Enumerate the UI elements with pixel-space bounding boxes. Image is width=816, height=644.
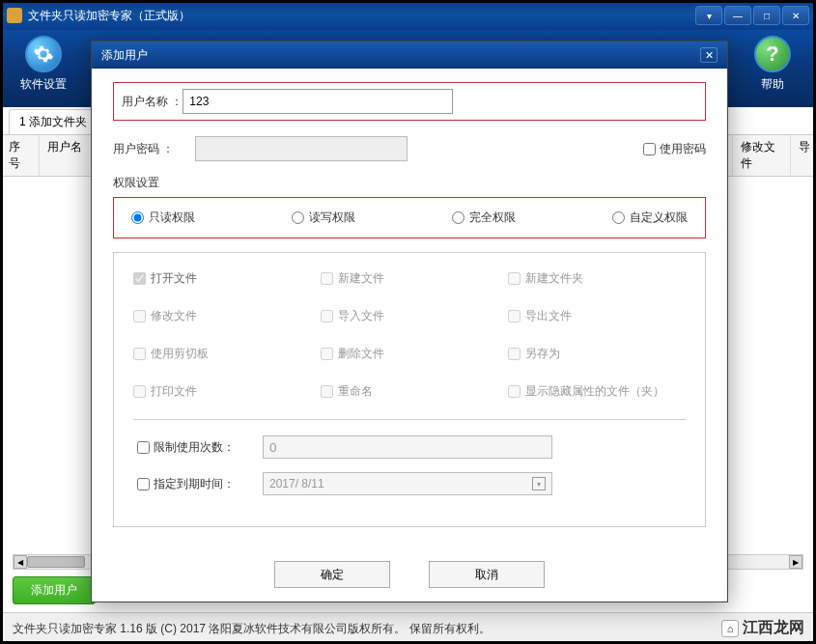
- expire-date-input: 2017/ 8/11 ▾: [263, 472, 552, 495]
- dialog-title-bar: 添加用户 ✕: [92, 42, 727, 69]
- dialog-title: 添加用户: [101, 47, 148, 64]
- limit-count-input: [263, 435, 552, 459]
- use-password-label: 使用密码: [660, 141, 706, 157]
- radio-readonly[interactable]: 只读权限: [131, 210, 195, 226]
- perm-new-folder: 新建文件夹: [508, 270, 686, 287]
- username-label: 用户名称 ：: [122, 94, 183, 110]
- use-password-check[interactable]: [643, 143, 656, 155]
- ok-button[interactable]: 确定: [274, 561, 390, 588]
- perm-delete: 删除文件: [321, 346, 498, 362]
- radio-full[interactable]: 完全权限: [452, 210, 516, 226]
- expire-row: 指定到期时间： 2017/ 8/11 ▾: [133, 472, 686, 495]
- limit-count-checkbox[interactable]: 限制使用次数：: [137, 439, 263, 456]
- permission-details: 打开文件 新建文件 新建文件夹 修改文件 导入文件 导出文件 使用剪切板 删除文…: [113, 252, 706, 527]
- perm-rename: 重命名: [321, 383, 498, 400]
- watermark: ⌂ 江西龙网: [721, 618, 804, 638]
- house-icon: ⌂: [721, 620, 739, 637]
- cancel-button[interactable]: 取消: [429, 561, 545, 588]
- window-title: 文件夹只读加密专家（正式版）: [28, 8, 190, 24]
- username-row: 用户名称 ：: [113, 82, 706, 121]
- perm-export: 导出文件: [508, 308, 686, 324]
- gear-icon: [25, 36, 62, 72]
- expire-date-value: 2017/ 8/11: [269, 477, 324, 490]
- help-icon: ?: [754, 36, 791, 72]
- dialog-close-button[interactable]: ✕: [700, 47, 718, 63]
- title-bar: 文件夹只读加密专家（正式版） ▾ — □ ✕: [1, 1, 815, 30]
- col-seq: 序号: [1, 135, 40, 176]
- radio-custom[interactable]: 自定义权限: [612, 210, 688, 226]
- perm-new-file: 新建文件: [321, 270, 498, 287]
- username-input[interactable]: [183, 89, 453, 114]
- status-bar: 文件夹只读加密专家 1.16 版 (C) 2017 洛阳夏冰软件技术有限公司版权…: [1, 612, 815, 643]
- perm-show-hidden: 显示隐藏属性的文件（夹）: [508, 383, 686, 400]
- use-password-checkbox[interactable]: 使用密码: [643, 141, 706, 157]
- help-button[interactable]: ? 帮助: [744, 36, 802, 101]
- perm-modify: 修改文件: [133, 308, 311, 324]
- settings-label: 软件设置: [20, 76, 67, 93]
- password-row: 用户密码 ： 使用密码: [113, 136, 706, 161]
- add-user-dialog: 添加用户 ✕ 用户名称 ： 用户密码 ： 使用密码 权限设置 只读权限 读写权限…: [91, 41, 728, 602]
- date-picker-icon: ▾: [532, 477, 546, 490]
- tab-add-folder[interactable]: 1 添加文件夹: [9, 109, 98, 134]
- radio-readwrite[interactable]: 读写权限: [292, 210, 355, 226]
- divider: [133, 419, 686, 420]
- permission-section-title: 权限设置: [113, 175, 706, 191]
- col-modify: 修改文件: [733, 135, 791, 176]
- permission-radio-group: 只读权限 读写权限 完全权限 自定义权限: [113, 197, 706, 238]
- close-button[interactable]: ✕: [782, 6, 809, 25]
- perm-saveas: 另存为: [508, 346, 686, 362]
- scroll-left-icon[interactable]: ◀: [14, 555, 27, 569]
- perm-print: 打印文件: [133, 383, 311, 400]
- maximize-button[interactable]: □: [753, 6, 780, 25]
- perm-clipboard: 使用剪切板: [133, 346, 311, 362]
- col-user: 用户名: [40, 135, 93, 176]
- dropdown-button[interactable]: ▾: [695, 6, 722, 25]
- expire-checkbox[interactable]: 指定到期时间：: [137, 476, 263, 492]
- settings-button[interactable]: 软件设置: [14, 36, 72, 101]
- password-input: [195, 136, 408, 161]
- scroll-thumb[interactable]: [27, 556, 85, 568]
- dialog-body: 用户名称 ： 用户密码 ： 使用密码 权限设置 只读权限 读写权限 完全权限 自…: [92, 69, 727, 541]
- watermark-text: 江西龙网: [743, 618, 804, 638]
- perm-open: 打开文件: [133, 270, 311, 287]
- dialog-footer: 确定 取消: [92, 561, 727, 588]
- minimize-button[interactable]: —: [724, 6, 751, 25]
- password-label: 用户密码 ：: [113, 141, 195, 157]
- limit-count-row: 限制使用次数：: [133, 435, 686, 459]
- app-icon: [7, 8, 22, 23]
- help-label: 帮助: [761, 76, 784, 93]
- scroll-right-icon[interactable]: ▶: [789, 555, 802, 569]
- add-user-button[interactable]: 添加用户: [13, 576, 96, 604]
- perm-import: 导入文件: [321, 308, 498, 324]
- col-export: 导: [791, 135, 815, 176]
